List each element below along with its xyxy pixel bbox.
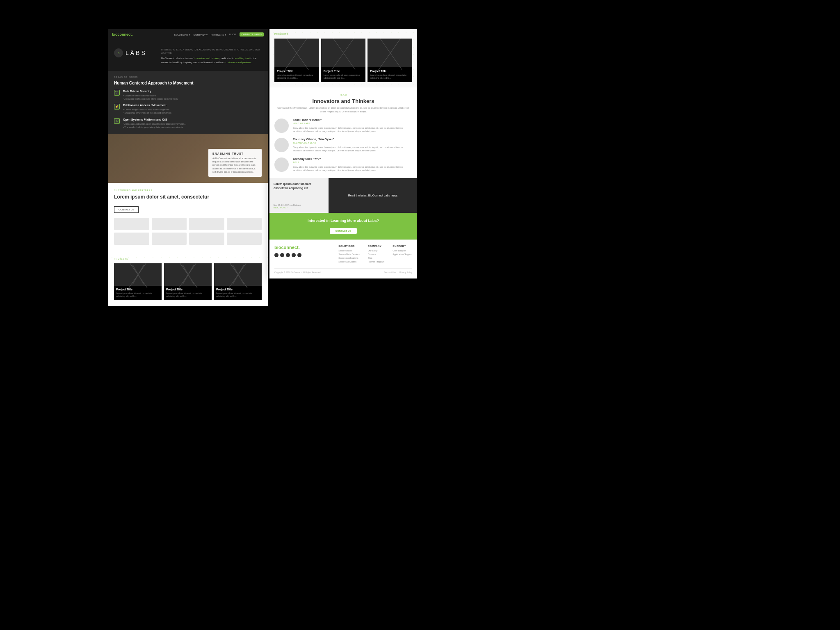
footer-bottom: Copyright © 2018 BioConnect. All Rights … <box>274 268 412 274</box>
project-card-img-1 <box>114 263 162 286</box>
project-card-info-r1: Project Title Lorem ipsum dolor sit amet… <box>274 67 319 82</box>
project-card-desc-2: Lorem ipsum dolor sit amet, consectetur … <box>166 292 210 298</box>
footer-logo: bioconnect. <box>274 245 301 250</box>
x-mark-3 <box>214 263 262 286</box>
news-meta: Nov 14, 2018 | Press Release READ MORE → <box>274 204 324 209</box>
footer-links: Terms of Use Privacy Policy <box>384 271 412 274</box>
blog-nav[interactable]: BLOG <box>229 33 236 36</box>
project-card-right-3[interactable]: Project Title Lorem ipsum dolor sit amet… <box>368 39 412 82</box>
project-card-right-1[interactable]: Project Title Lorem ipsum dolor sit amet… <box>274 39 319 82</box>
team-member-info-3: Anthony Snell "???" TITLE Copy about the… <box>293 158 412 172</box>
project-card-desc-r2: Lorem ipsum dolor sit amet, consectetur … <box>324 74 363 80</box>
team-member-3: Anthony Snell "???" TITLE Copy about the… <box>274 158 412 172</box>
projects-top-right: PROJECTS Project Title Lorem ipsum dolor… <box>269 29 417 87</box>
social-fb-icon[interactable] <box>274 253 278 257</box>
social-gp-icon[interactable] <box>297 253 301 257</box>
contact-us-btn[interactable]: CONTACT US <box>114 206 139 213</box>
project-card-title-r3: Project Title <box>370 70 410 73</box>
project-card-info-1: Project Title Lorem ipsum dolor sit amet… <box>114 286 162 300</box>
team-member-1: Todd Finch "Fincher" HEAD OF LABS Copy a… <box>274 119 412 133</box>
footer: bioconnect. SOLUTIONS Secure Doors Secur… <box>269 240 417 278</box>
customers-label: CUSTOMERS AND PARTNERS <box>114 189 262 192</box>
social-yt-icon[interactable] <box>292 253 296 257</box>
footer-link-secure-doors[interactable]: Secure Doors <box>338 249 359 252</box>
x-mark-2 <box>164 263 212 286</box>
footer-link-secure-apps[interactable]: Secure Applications <box>338 257 359 259</box>
company-nav[interactable]: COMPANY ▾ <box>194 33 208 36</box>
labs-logo: b LÄBS <box>114 48 155 57</box>
member-name-1: Todd Finch "Fincher" <box>293 119 412 121</box>
news-right: Read the latest BioConnect Labs news <box>329 178 417 213</box>
partners-nav[interactable]: PARTNERS ▾ <box>211 33 226 36</box>
member-bio-2: Copy about the dynamic team. Lorem ipsum… <box>293 146 412 153</box>
footer-link-blog[interactable]: Blog <box>368 257 385 259</box>
project-card-right-2[interactable]: Project Title Lorem ipsum dolor sit amet… <box>321 39 366 82</box>
partner-logo-1 <box>114 218 149 230</box>
footer-link-partner-program[interactable]: Partner Program <box>368 260 385 263</box>
project-card-title-2: Project Title <box>166 288 210 291</box>
focus-label: AREAS OF FOCUS <box>114 76 262 78</box>
footer-link-our-story[interactable]: Our Story <box>368 249 385 252</box>
project-card-title-r2: Project Title <box>324 70 363 73</box>
member-role-2: TECHNOLOGY LEAD <box>293 142 412 144</box>
focus-item-title-1: Data Driven Security <box>123 90 178 93</box>
footer-col-solutions: SOLUTIONS Secure Doors Secure Data Cente… <box>338 245 359 264</box>
focus-content-2: Frictionless Access / Movement • Create … <box>123 104 171 115</box>
cta-btn[interactable]: CONTACT US <box>330 228 357 234</box>
team-avatar-1 <box>274 119 289 133</box>
footer-link-careers[interactable]: Careers <box>368 253 385 256</box>
news-body: Lorem ipsum dolor sit amet onsectetur ad… <box>274 182 324 190</box>
nav-logo: bioconnect. <box>112 32 133 37</box>
partner-logo-8 <box>227 233 262 245</box>
team-members: Todd Finch "Fincher" HEAD OF LABS Copy a… <box>274 119 412 172</box>
footer-top: bioconnect. SOLUTIONS Secure Doors Secur… <box>274 245 412 264</box>
footer-link-user-support[interactable]: User Support <box>393 249 412 252</box>
social-tw-icon[interactable] <box>280 253 284 257</box>
project-card-img-r1 <box>274 39 319 67</box>
open-systems-icon: ⚙ <box>114 118 120 124</box>
focus-content-3: Open Systems Platform and O/S • Act as a… <box>123 118 186 129</box>
footer-col-company-heading: COMPANY <box>368 245 385 247</box>
focus-item-bullets-3: • Act as an abstraction layer, enabling … <box>123 122 186 129</box>
project-card-info-r2: Project Title Lorem ipsum dolor sit amet… <box>321 67 366 82</box>
footer-col-support-heading: SUPPORT <box>393 245 412 247</box>
focus-item-1: 🛡 Data Driven Security • Dispense with t… <box>114 90 262 101</box>
terms-link[interactable]: Terms of Use <box>384 271 396 274</box>
projects-top-label: PROJECTS <box>274 33 412 35</box>
news-section: Lorem ipsum dolor sit amet onsectetur ad… <box>269 178 417 213</box>
contact-sales-btn[interactable]: CONTACT SALES <box>240 32 264 37</box>
footer-link-secure-all[interactable]: Secure All Access <box>338 260 359 263</box>
friction-icon: ⚡ <box>114 104 120 110</box>
footer-link-secure-data[interactable]: Secure Data Centers <box>338 253 359 256</box>
project-card-left-2[interactable]: Project Title Lorem ipsum dolor sit amet… <box>164 263 212 300</box>
hero-body: BioConnect Labs is a team of innovators … <box>161 57 262 64</box>
project-card-left-3[interactable]: Project Title Lorem ipsum dolor sit amet… <box>214 263 262 300</box>
footer-social <box>274 253 301 257</box>
nav-links: SOLUTIONS ▾ COMPANY ▾ PARTNERS ▾ BLOG CO… <box>174 32 264 37</box>
news-read-more[interactable]: READ MORE → <box>274 206 324 209</box>
project-cards-left: Project Title Lorem ipsum dolor sit amet… <box>114 263 262 300</box>
project-card-desc-r3: Lorem ipsum dolor sit amet, consectetur … <box>370 74 410 80</box>
footer-logo-bio: bio <box>274 245 281 250</box>
focus-item-bullets-1: • Dispense with traditional tokens• Adva… <box>123 94 178 101</box>
footer-link-app-support[interactable]: Application Support <box>393 253 412 256</box>
footer-col-solutions-heading: SOLUTIONS <box>338 245 359 247</box>
focus-item-3: ⚙ Open Systems Platform and O/S • Act as… <box>114 118 262 129</box>
photo-section: ENABLING TRUST At BioConnect we believe … <box>108 134 268 183</box>
footer-col-company: COMPANY Our Story Careers Blog Partner P… <box>368 245 385 264</box>
project-card-left-1[interactable]: Project Title Lorem ipsum dolor sit amet… <box>114 263 162 300</box>
social-li-icon[interactable] <box>286 253 290 257</box>
customers-title: Lorem ipsum dolor sit amet, consectetur <box>114 194 262 201</box>
partner-logos-row2 <box>114 233 262 245</box>
partner-logo-4 <box>227 218 262 230</box>
navbar: bioconnect. SOLUTIONS ▾ COMPANY ▾ PARTNE… <box>108 29 268 40</box>
x-mark-r3 <box>368 39 412 67</box>
news-cta[interactable]: Read the latest BioConnect Labs news <box>348 194 398 198</box>
member-name-2: Courtney Gibson, "MacGyver" <box>293 138 412 141</box>
team-member-2: Courtney Gibson, "MacGyver" TECHNOLOGY L… <box>274 138 412 153</box>
x-mark-r1 <box>274 39 319 67</box>
privacy-link[interactable]: Privacy Policy <box>399 271 412 274</box>
focus-section: AREAS OF FOCUS Human Centered Approach t… <box>108 71 268 134</box>
solutions-nav[interactable]: SOLUTIONS ▾ <box>174 33 190 36</box>
member-role-1: HEAD OF LABS <box>293 122 412 125</box>
